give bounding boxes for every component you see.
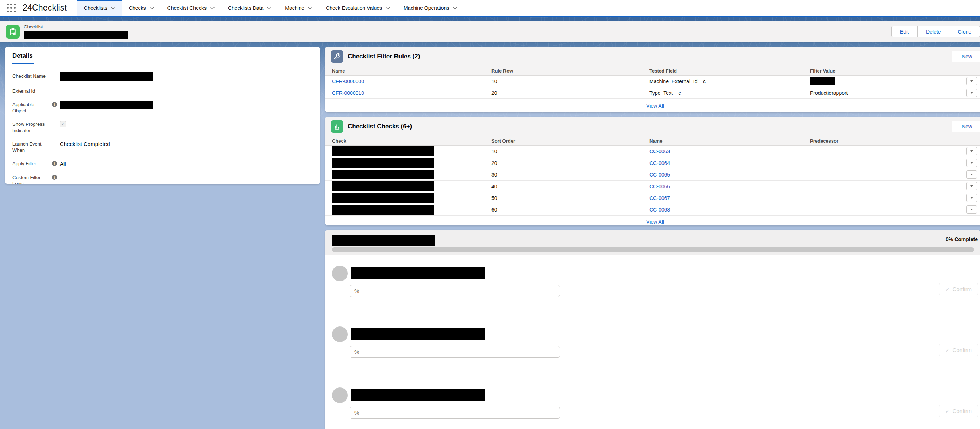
row-actions-dropdown-button[interactable] bbox=[966, 182, 977, 191]
cell-sort-order: 50 bbox=[492, 192, 649, 204]
cell-sort-order: 60 bbox=[492, 204, 649, 216]
row-actions-dropdown-button[interactable] bbox=[966, 170, 977, 179]
checklist-check-link[interactable]: CC-0064 bbox=[649, 160, 670, 166]
check-value-input[interactable] bbox=[350, 346, 560, 358]
column-header-actions bbox=[966, 67, 980, 76]
cell-predecessor bbox=[810, 192, 966, 204]
caret-down-icon bbox=[970, 185, 973, 187]
row-actions-dropdown-button[interactable] bbox=[966, 147, 977, 156]
redacted-check-name bbox=[332, 146, 434, 156]
column-header: Tested Field bbox=[649, 67, 810, 76]
check-icon: ✓ bbox=[945, 348, 950, 353]
redacted-check-name bbox=[332, 158, 434, 168]
nav-tab-checklists[interactable]: Checklists bbox=[77, 0, 122, 16]
nav-tab-label: Checklists Data bbox=[228, 5, 263, 11]
redacted-check-title bbox=[352, 328, 485, 340]
field-row-external-id: External Id bbox=[13, 88, 313, 94]
card-title: Checklist Filter Rules (2) bbox=[348, 53, 420, 60]
nav-tab-checks[interactable]: Checks bbox=[122, 0, 161, 16]
checklist-checks-table: Check Sort Order Name Predecessor 10 CC-… bbox=[325, 137, 980, 216]
card-title: Checklist Checks (6+) bbox=[348, 123, 412, 130]
caret-down-icon bbox=[970, 174, 973, 175]
chevron-down-icon[interactable] bbox=[386, 7, 390, 10]
field-row-launch-event-when: Launch Event When Checklist Completed bbox=[13, 141, 313, 153]
checklist-check-link[interactable]: CC-0065 bbox=[649, 172, 670, 178]
record-header: Checklist Edit Delete Clone bbox=[0, 21, 980, 42]
confirm-button-label: Confirm bbox=[953, 408, 972, 414]
redacted-field-value bbox=[60, 101, 153, 109]
redacted-check-title bbox=[352, 267, 485, 279]
info-icon[interactable]: i bbox=[52, 161, 57, 166]
caret-down-icon bbox=[970, 209, 973, 210]
nav-tab-machine[interactable]: Machine bbox=[278, 0, 319, 16]
redacted-check-name bbox=[332, 170, 434, 180]
column-header: Name bbox=[649, 137, 810, 146]
checklist-check-link[interactable]: CC-0068 bbox=[649, 207, 670, 213]
chevron-down-icon[interactable] bbox=[453, 7, 457, 10]
nav-tab-label: Checks bbox=[129, 5, 146, 11]
nav-tab-check-escalation-values[interactable]: Check Escalation Values bbox=[319, 0, 396, 16]
field-label: External Id bbox=[13, 88, 49, 94]
check-item: ✓ Confirm bbox=[325, 326, 980, 388]
confirm-button[interactable]: ✓ Confirm bbox=[939, 344, 978, 356]
nav-tab-checklists-data[interactable]: Checklists Data bbox=[221, 0, 278, 16]
nav-tab-label: Checklist Checks bbox=[167, 5, 207, 11]
field-value: All bbox=[60, 160, 313, 167]
redacted-filter-value bbox=[810, 77, 835, 85]
row-actions-dropdown-button[interactable] bbox=[966, 159, 977, 167]
info-icon[interactable]: i bbox=[52, 102, 57, 107]
filter-rule-link[interactable]: CFR-0000000 bbox=[332, 78, 364, 84]
redacted-progress-title bbox=[332, 235, 434, 246]
app-launcher-waffle-icon[interactable] bbox=[6, 3, 16, 13]
progress-complete-label: 0% Complete bbox=[946, 237, 978, 242]
chevron-down-icon[interactable] bbox=[150, 7, 154, 10]
checklist-check-link[interactable]: CC-0063 bbox=[649, 148, 670, 154]
filter-rule-link[interactable]: CFR-0000010 bbox=[332, 90, 364, 96]
check-item: ✓ Confirm bbox=[325, 388, 980, 429]
caret-down-icon bbox=[970, 197, 973, 199]
check-value-input[interactable] bbox=[350, 407, 560, 419]
new-checklist-check-button[interactable]: New bbox=[951, 121, 980, 132]
cell-sort-order: 20 bbox=[492, 157, 649, 169]
caret-down-icon bbox=[970, 150, 973, 152]
nav-tab-label: Machine bbox=[285, 5, 304, 11]
row-actions-dropdown-button[interactable] bbox=[966, 77, 977, 85]
chevron-down-icon[interactable] bbox=[111, 7, 115, 10]
field-label: Apply Filter bbox=[13, 160, 49, 167]
check-value-input[interactable] bbox=[350, 285, 560, 297]
details-fields: Checklist Name External Id Applicable Ob… bbox=[5, 64, 320, 184]
cell-rule-row: 10 bbox=[492, 76, 649, 87]
row-actions-dropdown-button[interactable] bbox=[966, 205, 977, 214]
field-row-custom-filter-logic: Custom Filter Logic i bbox=[13, 174, 313, 184]
edit-button[interactable]: Edit bbox=[891, 26, 918, 37]
column-header: Check bbox=[325, 137, 492, 146]
view-all-link[interactable]: View All bbox=[646, 103, 664, 109]
table-row: 10 CC-0063 bbox=[325, 146, 980, 157]
field-label: Checklist Name bbox=[13, 73, 49, 79]
redacted-check-name bbox=[332, 181, 434, 191]
chevron-down-icon[interactable] bbox=[308, 7, 312, 10]
tab-details[interactable]: Details bbox=[12, 52, 33, 64]
info-icon[interactable]: i bbox=[52, 175, 57, 180]
nav-tab-machine-operations[interactable]: Machine Operations bbox=[396, 0, 464, 16]
show-progress-checkbox[interactable]: ✓ bbox=[60, 121, 66, 127]
column-header: Filter Value bbox=[810, 67, 966, 76]
field-row-show-progress-indicator: Show Progress Indicator ✓ bbox=[13, 121, 313, 133]
nav-tab-label: Checklists bbox=[84, 5, 107, 11]
row-actions-dropdown-button[interactable] bbox=[966, 194, 977, 202]
clone-button[interactable]: Clone bbox=[949, 26, 980, 37]
new-filter-rule-button[interactable]: New bbox=[951, 51, 980, 62]
nav-tab-label: Check Escalation Values bbox=[326, 5, 382, 11]
field-label: Show Progress Indicator bbox=[13, 121, 49, 133]
row-actions-dropdown-button[interactable] bbox=[966, 89, 977, 97]
nav-tab-checklist-checks[interactable]: Checklist Checks bbox=[161, 0, 221, 16]
chevron-down-icon[interactable] bbox=[267, 7, 272, 10]
chevron-down-icon[interactable] bbox=[210, 7, 215, 10]
confirm-button[interactable]: ✓ Confirm bbox=[939, 283, 978, 296]
delete-button[interactable]: Delete bbox=[917, 26, 949, 37]
view-all-link[interactable]: View All bbox=[646, 219, 664, 225]
checklist-check-link[interactable]: CC-0066 bbox=[649, 183, 670, 189]
checklist-entity-icon bbox=[6, 25, 20, 39]
confirm-button[interactable]: ✓ Confirm bbox=[939, 405, 978, 417]
checklist-check-link[interactable]: CC-0067 bbox=[649, 195, 670, 201]
